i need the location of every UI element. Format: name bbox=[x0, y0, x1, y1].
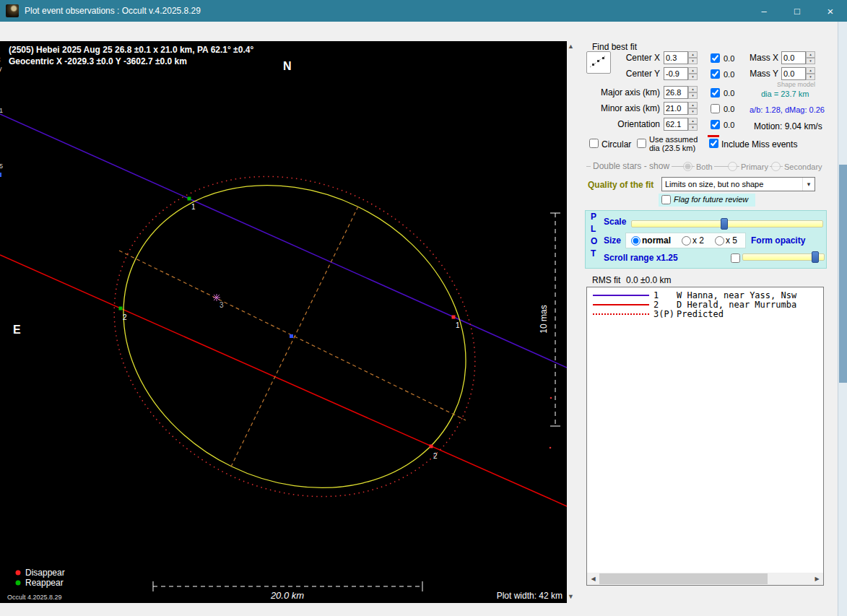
double-stars-secondary-label: Secondary bbox=[783, 162, 824, 171]
form-opacity-button[interactable]: Form opacity bbox=[751, 235, 805, 246]
minor-axis-label: Minor axis (km) bbox=[591, 103, 660, 113]
edge-fragment: 1 bbox=[0, 107, 3, 114]
center-x-fit-checkbox[interactable] bbox=[711, 53, 720, 63]
minimize-button[interactable]: – bbox=[747, 0, 781, 22]
orientation-fit-checkbox[interactable] bbox=[711, 120, 720, 129]
scale-slider-thumb[interactable] bbox=[721, 218, 728, 230]
orientation-down-icon[interactable]: ▾ bbox=[688, 124, 698, 131]
observation-row[interactable]: 2 D Herald, near Murrumba bbox=[587, 300, 823, 309]
orientation-spinbox: ▴▾ bbox=[664, 118, 698, 131]
maximize-button[interactable]: □ bbox=[781, 0, 814, 22]
rms-fit-label: RMS fit bbox=[592, 275, 620, 285]
list-horizontal-scrollbar[interactable]: ◀ ▶ bbox=[587, 573, 823, 585]
rms-fit-value: 0.0 ±0.0 km bbox=[626, 275, 672, 285]
disappear-marker-1 bbox=[452, 316, 456, 319]
size-normal-label: normal bbox=[642, 235, 671, 246]
flag-review-checkbox[interactable] bbox=[661, 195, 671, 204]
plot-area[interactable]: 1 1 2 2 3 (2505) Hebei 2025 Aug 25 26.8 … bbox=[0, 41, 567, 603]
app-window: Plot event observations : Occult v.4.202… bbox=[0, 0, 847, 616]
use-assumed-dia-checkbox[interactable] bbox=[637, 139, 646, 148]
size-x5-label: x 5 bbox=[726, 235, 737, 246]
plot-scroll-up-icon[interactable]: ▲ bbox=[567, 43, 575, 50]
east-label: E bbox=[13, 324, 21, 336]
predicted-dot bbox=[550, 397, 552, 399]
size-label: Size bbox=[604, 235, 621, 246]
center-y-down-icon[interactable]: ▾ bbox=[688, 74, 698, 80]
mass-x-input[interactable] bbox=[781, 51, 806, 64]
scale-bar-label: 20.0 km bbox=[270, 590, 304, 601]
minor-axis-fit-checkbox[interactable] bbox=[711, 104, 720, 113]
flag-review-label: Flag for future review bbox=[674, 195, 748, 204]
center-dot bbox=[290, 334, 293, 338]
observations-list[interactable]: 1 W Hanna, near Yass, Nsw 2 D Herald, ne… bbox=[586, 287, 824, 586]
minor-axis-down-icon[interactable]: ▾ bbox=[688, 108, 698, 115]
double-stars-both-radio[interactable] bbox=[683, 162, 692, 171]
predicted-label: 3 bbox=[220, 301, 224, 309]
predicted-dot bbox=[550, 447, 552, 449]
center-x-error: 0.0 bbox=[724, 54, 734, 63]
chord1-start-label: 1 bbox=[191, 203, 196, 211]
mass-x-down-icon[interactable]: ▾ bbox=[806, 58, 815, 64]
center-y-up-icon[interactable]: ▴ bbox=[688, 67, 698, 74]
legend-reappear-dot bbox=[16, 581, 21, 586]
reappear-marker-2 bbox=[119, 307, 123, 311]
plot-title-line1: (2505) Hebei 2025 Aug 25 26.8 ±0.1 x 21.… bbox=[9, 45, 253, 55]
predicted-star-marker bbox=[213, 294, 220, 301]
mass-y-down-icon[interactable]: ▾ bbox=[806, 74, 815, 80]
circular-checkbox[interactable] bbox=[589, 139, 599, 148]
orientation-up-icon[interactable]: ▴ bbox=[688, 118, 698, 124]
center-y-fit-checkbox[interactable] bbox=[711, 69, 720, 79]
include-miss-events-checkbox[interactable] bbox=[709, 139, 718, 148]
center-x-spinbox: ▴▾ bbox=[664, 51, 698, 64]
plot-width-label: Plot width: 42 km bbox=[497, 591, 563, 601]
size-x2-radio[interactable] bbox=[682, 236, 691, 246]
mass-y-input[interactable] bbox=[781, 67, 806, 80]
plot-letter: O bbox=[591, 236, 597, 246]
major-axis-down-icon[interactable]: ▾ bbox=[688, 92, 698, 99]
plot-letter: T bbox=[591, 248, 596, 259]
size-x5-radio[interactable] bbox=[715, 236, 724, 246]
major-axis-up-icon[interactable]: ▴ bbox=[688, 86, 698, 92]
plot-scroll-down-icon[interactable]: ▼ bbox=[567, 593, 575, 600]
scroll-left-icon[interactable]: ◀ bbox=[587, 573, 599, 585]
scroll-range-checkbox[interactable] bbox=[731, 253, 740, 263]
center-x-label: Center X bbox=[591, 53, 660, 63]
opacity-slider-thumb[interactable] bbox=[812, 251, 819, 263]
chord1-end-label: 1 bbox=[456, 321, 460, 329]
edge-fragment: y bbox=[0, 65, 2, 72]
mass-y-up-icon[interactable]: ▴ bbox=[806, 67, 815, 74]
size-x2-label: x 2 bbox=[692, 235, 704, 246]
legend-disappear-label: Disappear bbox=[25, 568, 65, 578]
chord-1-line bbox=[0, 114, 567, 368]
quality-dropdown[interactable]: Limits on size, but no shape ▾ bbox=[661, 177, 815, 191]
double-stars-primary-radio[interactable] bbox=[728, 162, 737, 171]
vertical-scrollbar-thumb[interactable] bbox=[839, 165, 847, 383]
menubar: with Plot... Plot options... ? Help Keep… bbox=[0, 22, 847, 41]
minor-axis-input[interactable] bbox=[664, 102, 688, 115]
observation-row[interactable]: 1 W Hanna, near Yass, Nsw bbox=[587, 290, 823, 300]
orientation-input[interactable] bbox=[664, 118, 688, 131]
center-y-input[interactable] bbox=[664, 67, 688, 80]
scroll-right-icon[interactable]: ▶ bbox=[811, 573, 823, 585]
observation-row[interactable]: 3(P) Predicted bbox=[587, 309, 823, 318]
scrollbar-thumb[interactable] bbox=[599, 573, 768, 584]
vertical-scrollbar[interactable] bbox=[838, 22, 847, 616]
mass-y-label: Mass Y bbox=[745, 69, 778, 79]
double-stars-secondary-radio[interactable] bbox=[771, 162, 781, 171]
occultation-plot-svg: 1 1 2 2 3 (2505) Hebei 2025 Aug 25 26.8 … bbox=[0, 41, 567, 603]
scale-slider[interactable] bbox=[631, 218, 823, 230]
close-button[interactable]: × bbox=[814, 0, 847, 22]
circular-label: Circular bbox=[601, 139, 631, 149]
opacity-slider[interactable] bbox=[742, 251, 825, 263]
center-x-up-icon[interactable]: ▴ bbox=[688, 51, 698, 58]
major-axis-input[interactable] bbox=[664, 86, 688, 99]
major-axis-error: 0.0 bbox=[724, 89, 734, 97]
mass-x-up-icon[interactable]: ▴ bbox=[806, 51, 815, 58]
center-x-input[interactable] bbox=[664, 51, 688, 64]
minor-axis-up-icon[interactable]: ▴ bbox=[688, 102, 698, 108]
center-x-down-icon[interactable]: ▾ bbox=[688, 58, 698, 64]
find-best-fit-label: Find best fit bbox=[592, 42, 637, 52]
major-axis-fit-checkbox[interactable] bbox=[711, 88, 720, 97]
size-normal-radio[interactable] bbox=[631, 236, 640, 246]
use-assumed-dia-label: Use assumed dia (23.5 km) bbox=[649, 135, 707, 152]
